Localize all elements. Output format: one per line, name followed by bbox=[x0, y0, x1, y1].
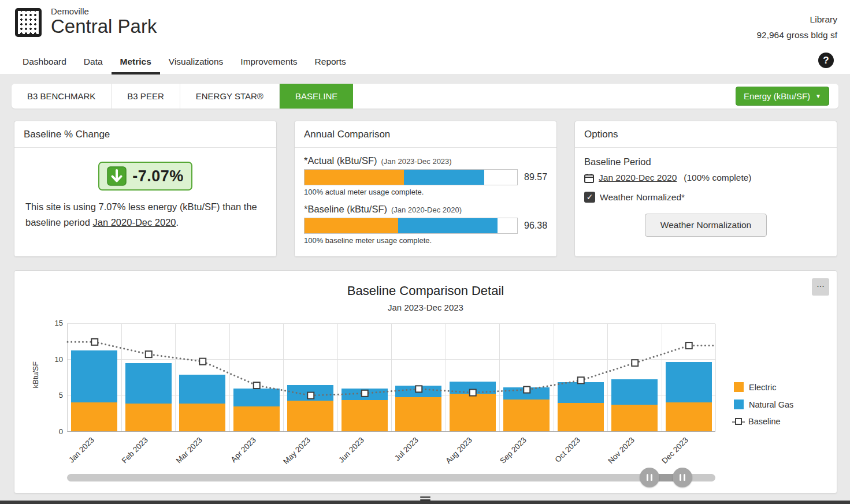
electric-segment bbox=[305, 218, 398, 233]
weather-normalized-checkbox[interactable]: ✓ bbox=[584, 192, 595, 203]
tab-energy-star[interactable]: ENERGY STAR® bbox=[180, 84, 280, 109]
nav-data[interactable]: Data bbox=[75, 51, 112, 74]
legend-label: Baseline bbox=[748, 417, 781, 426]
chart-range-scrollbar[interactable] bbox=[67, 474, 715, 481]
electric-bar-segment bbox=[503, 400, 550, 431]
bar-may-2023[interactable] bbox=[287, 385, 333, 431]
chart-column bbox=[392, 324, 446, 431]
card-body: -7.07% This site is using 7.07% less ene… bbox=[14, 148, 276, 237]
chart-options-icon[interactable]: ... bbox=[812, 278, 829, 296]
main-nav: Dashboard Data Metrics Visualizations Im… bbox=[14, 51, 355, 74]
help-icon[interactable]: ? bbox=[818, 53, 834, 68]
natural-gas-bar-segment bbox=[71, 350, 117, 402]
x-tick-label: Sep 2023 bbox=[498, 435, 528, 465]
bar-jan-2023[interactable] bbox=[71, 350, 117, 431]
baseline-value: 96.38 bbox=[524, 221, 547, 231]
baseline-period-complete: (100% complete) bbox=[684, 173, 751, 183]
baseline-period-link[interactable]: Jan 2020-Dec 2020 bbox=[93, 217, 176, 227]
down-arrow-icon bbox=[107, 166, 127, 186]
natural-gas-bar-segment bbox=[287, 385, 333, 401]
legend-item-electric[interactable]: Electric bbox=[734, 382, 793, 392]
baseline-marker-icon bbox=[735, 418, 742, 425]
legend-item-natural-gas[interactable]: Natural Gas bbox=[734, 400, 793, 409]
x-tick-label: Aug 2023 bbox=[444, 435, 474, 465]
y-tick-label: 10 bbox=[48, 355, 63, 364]
x-tick-label: Nov 2023 bbox=[606, 435, 636, 465]
tab-baseline[interactable]: BASELINE bbox=[280, 84, 353, 109]
card-body: *Actual (kBtu/SF)(Jan 2023-Dec 2023) 89.… bbox=[295, 148, 556, 260]
site-brand: Demoville Central Park bbox=[15, 6, 157, 38]
nav-metrics[interactable]: Metrics bbox=[112, 51, 160, 74]
electric-bar-segment bbox=[287, 401, 333, 431]
baseline-row: *Baseline (kBtu/SF)(Jan 2020-Dec 2020) 9… bbox=[304, 204, 547, 245]
baseline-usage-bar bbox=[304, 218, 518, 234]
legend-label: Natural Gas bbox=[749, 400, 793, 409]
bottom-bar bbox=[0, 501, 850, 504]
card-body: Baseline Period Jan 2020-Dec 2020 (100% … bbox=[575, 148, 837, 244]
natural-gas-bar-segment bbox=[125, 363, 172, 404]
nav-dashboard[interactable]: Dashboard bbox=[14, 51, 75, 74]
x-tick-label: May 2023 bbox=[281, 435, 312, 466]
metric-dropdown-label: Energy (kBtu/SF) bbox=[744, 91, 810, 101]
annual-comparison-card: Annual Comparison *Actual (kBtu/SF)(Jan … bbox=[294, 121, 557, 257]
page-title: Central Park bbox=[51, 16, 157, 38]
site-names: Demoville Central Park bbox=[51, 6, 157, 38]
bar-jun-2023[interactable] bbox=[342, 389, 388, 431]
natural-gas-bar-segment bbox=[666, 362, 712, 402]
bar-mar-2023[interactable] bbox=[179, 375, 225, 431]
actual-row: *Actual (kBtu/SF)(Jan 2023-Dec 2023) 89.… bbox=[304, 155, 547, 196]
chart-column bbox=[176, 324, 230, 431]
electric-bar-segment bbox=[558, 403, 604, 431]
natural-gas-bar-segment bbox=[179, 375, 225, 404]
bar-aug-2023[interactable] bbox=[450, 382, 496, 431]
electric-bar-segment bbox=[125, 404, 172, 431]
range-handle-left[interactable] bbox=[640, 468, 659, 487]
bar-nov-2023[interactable] bbox=[611, 379, 658, 431]
electric-bar-segment bbox=[179, 404, 225, 431]
electric-bar-segment bbox=[611, 405, 658, 431]
page: Demoville Central Park Library 92,964 gr… bbox=[0, 0, 850, 504]
chart-column bbox=[554, 324, 608, 431]
bar-sep-2023[interactable] bbox=[503, 387, 550, 431]
x-tick-label: Apr 2023 bbox=[229, 435, 258, 464]
baseline-change-description: This site is using 7.07% less energy (kB… bbox=[24, 199, 267, 230]
chart-column bbox=[122, 324, 176, 431]
tab-b3-peer[interactable]: B3 PEER bbox=[112, 84, 180, 109]
baseline-label: *Baseline (kBtu/SF) bbox=[304, 204, 387, 214]
baseline-change-card: Baseline % Change -7.07% This site is us… bbox=[14, 121, 277, 257]
baseline-period-label: Baseline Period bbox=[584, 156, 827, 167]
options-baseline-period-link[interactable]: Jan 2020-Dec 2020 bbox=[599, 173, 677, 183]
building-size: 92,964 gross bldg sf bbox=[756, 27, 837, 43]
x-tick-label: Jan 2023 bbox=[67, 435, 96, 464]
chart-column bbox=[608, 324, 662, 431]
swatch-icon bbox=[734, 400, 744, 409]
bar-dec-2023[interactable] bbox=[666, 362, 712, 431]
nav-reports[interactable]: Reports bbox=[306, 51, 355, 74]
weather-normalized-label: Weather Normalized* bbox=[600, 192, 685, 203]
nav-visualizations[interactable]: Visualizations bbox=[160, 51, 232, 74]
actual-value: 89.57 bbox=[524, 172, 547, 182]
natural-gas-segment bbox=[398, 218, 498, 233]
natural-gas-bar-segment bbox=[611, 379, 658, 405]
nav-improvements[interactable]: Improvements bbox=[232, 51, 306, 74]
tab-b3-benchmark[interactable]: B3 BENCHMARK bbox=[12, 84, 112, 109]
bar-feb-2023[interactable] bbox=[125, 363, 172, 431]
natural-gas-segment bbox=[404, 170, 484, 185]
x-tick-label: Oct 2023 bbox=[554, 435, 582, 464]
y-axis-label: kBtu/SF bbox=[31, 361, 40, 388]
x-tick-label: Jul 2023 bbox=[393, 435, 420, 462]
x-tick-label: Feb 2023 bbox=[120, 435, 150, 465]
actual-usage-bar bbox=[304, 169, 518, 185]
range-handle-right[interactable] bbox=[673, 468, 692, 487]
bar-jul-2023[interactable] bbox=[395, 386, 441, 431]
metric-dropdown-button[interactable]: Energy (kBtu/SF) ▼ bbox=[736, 87, 829, 106]
bar-oct-2023[interactable] bbox=[558, 382, 604, 431]
swatch-icon bbox=[734, 382, 744, 392]
bar-apr-2023[interactable] bbox=[233, 389, 280, 431]
legend-item-baseline[interactable]: Baseline bbox=[734, 417, 793, 426]
natural-gas-bar-segment bbox=[558, 382, 604, 403]
summary-cards-row: Baseline % Change -7.07% This site is us… bbox=[14, 121, 837, 257]
weather-normalization-button[interactable]: Weather Normalization bbox=[645, 214, 767, 237]
calendar-icon bbox=[584, 173, 594, 183]
baseline-period-row: Jan 2020-Dec 2020 (100% complete) bbox=[584, 173, 827, 183]
